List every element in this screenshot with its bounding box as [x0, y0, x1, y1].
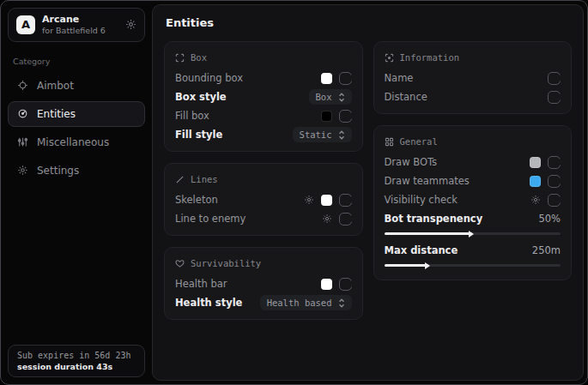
- box-corners-icon: [175, 53, 185, 63]
- row-health-bar: Health bar: [175, 274, 352, 293]
- crosshair-icon: [17, 80, 28, 91]
- sliders-icon: [17, 136, 28, 147]
- profile-gear-icon[interactable]: [125, 19, 136, 30]
- card-title: Lines: [191, 174, 218, 184]
- app-subtitle: for Battlefield 6: [42, 26, 106, 36]
- name-checkbox[interactable]: [548, 72, 561, 85]
- draw-teammates-checkbox[interactable]: [548, 175, 561, 188]
- unfold-icon: [338, 298, 345, 308]
- row-bounding-box: Bounding box: [175, 69, 352, 87]
- heart-icon: [175, 259, 185, 268]
- sidebar-item-entities[interactable]: Entities: [8, 101, 145, 127]
- sidebar-item-label: Miscellaneous: [37, 136, 109, 148]
- profile-card: A Arcane for Battlefield 6: [8, 8, 145, 42]
- card-title: Box: [191, 52, 207, 63]
- box-card: Box Bounding box Box style Box: [164, 41, 363, 152]
- general-card: General Draw BOTs Draw teammates: [373, 125, 573, 280]
- row-skeleton: Skeleton: [175, 190, 352, 209]
- distance-checkbox[interactable]: [548, 91, 561, 104]
- session-duration-text: session duration 43s: [17, 362, 136, 371]
- max-distance-slider[interactable]: [385, 264, 561, 267]
- row-fill-style: Fill style Static: [175, 125, 352, 144]
- sidebar-item-label: Entities: [37, 108, 76, 120]
- color-swatch[interactable]: [321, 195, 332, 206]
- skeleton-settings-icon[interactable]: [304, 195, 314, 205]
- health-style-select[interactable]: Health based: [260, 295, 352, 310]
- lines-card: Lines Skeleton Line to enemy: [164, 163, 363, 236]
- unfold-icon: [338, 93, 345, 102]
- avatar: A: [16, 15, 35, 34]
- line-to-enemy-settings-icon[interactable]: [322, 214, 332, 224]
- bounding-box-checkbox[interactable]: [339, 72, 352, 85]
- sidebar-item-label: Settings: [37, 165, 79, 177]
- card-title: Survivability: [191, 258, 261, 268]
- sidebar-item-miscellaneous[interactable]: Miscellaneous: [8, 129, 145, 155]
- card-title: General: [400, 136, 438, 147]
- sidebar-item-aimbot[interactable]: Aimbot: [8, 73, 145, 99]
- color-swatch[interactable]: [530, 157, 541, 168]
- card-title: Information: [400, 52, 460, 63]
- color-swatch[interactable]: [321, 73, 332, 84]
- row-box-style: Box style Box: [175, 87, 352, 106]
- subscription-card: Sub expires in 56d 23h session duration …: [8, 345, 145, 377]
- information-card: Information Name Distance: [373, 41, 573, 114]
- sidebar: A Arcane for Battlefield 6 Category Aimb…: [1, 1, 152, 384]
- category-label: Category: [13, 57, 140, 66]
- bot-transparency-value: 50%: [538, 213, 561, 225]
- health-bar-checkbox[interactable]: [339, 278, 352, 291]
- visibility-settings-icon[interactable]: [530, 195, 541, 205]
- fill-box-checkbox[interactable]: [339, 110, 352, 123]
- color-swatch[interactable]: [321, 111, 332, 122]
- max-distance-value: 250m: [532, 244, 561, 256]
- app-name: Arcane: [42, 14, 106, 26]
- max-distance-group: Max distance 250m: [385, 241, 561, 267]
- diagonal-line-icon: [175, 175, 185, 184]
- color-swatch[interactable]: [321, 279, 332, 290]
- radar-icon: [17, 108, 28, 119]
- bot-transparency-group: Bot transpenency 50%: [385, 209, 561, 235]
- grid-icon: [385, 137, 394, 147]
- row-visibility-check: Visibility check: [385, 190, 561, 209]
- bot-transparency-slider[interactable]: [385, 232, 561, 235]
- fill-style-select[interactable]: Static: [293, 127, 352, 142]
- row-name: Name: [385, 69, 561, 87]
- sidebar-item-settings[interactable]: Settings: [8, 158, 145, 183]
- survivability-card: Survivability Health bar Health style: [164, 247, 363, 320]
- page-title: Entities: [166, 16, 570, 29]
- row-health-style: Health style Health based: [175, 293, 352, 312]
- row-fill-box: Fill box: [175, 106, 352, 125]
- row-draw-teammates: Draw teammates: [385, 171, 561, 190]
- row-distance: Distance: [385, 87, 561, 106]
- row-draw-bots: Draw BOTs: [385, 153, 561, 171]
- info-scan-icon: [385, 53, 394, 63]
- app-window: A Arcane for Battlefield 6 Category Aimb…: [0, 0, 588, 385]
- row-line-to-enemy: Line to enemy: [175, 209, 352, 228]
- box-style-select[interactable]: Box: [309, 89, 352, 105]
- color-swatch[interactable]: [530, 176, 541, 187]
- draw-bots-checkbox[interactable]: [548, 156, 561, 169]
- unfold-icon: [338, 130, 345, 140]
- gear-icon: [17, 165, 28, 176]
- sub-expiry-text: Sub expires in 56d 23h: [17, 351, 136, 360]
- main-panel: Entities Box Bounding box: [152, 4, 584, 381]
- line-to-enemy-checkbox[interactable]: [339, 213, 352, 226]
- visibility-check-checkbox[interactable]: [548, 194, 561, 207]
- sidebar-item-label: Aimbot: [37, 80, 74, 92]
- skeleton-checkbox[interactable]: [339, 194, 352, 207]
